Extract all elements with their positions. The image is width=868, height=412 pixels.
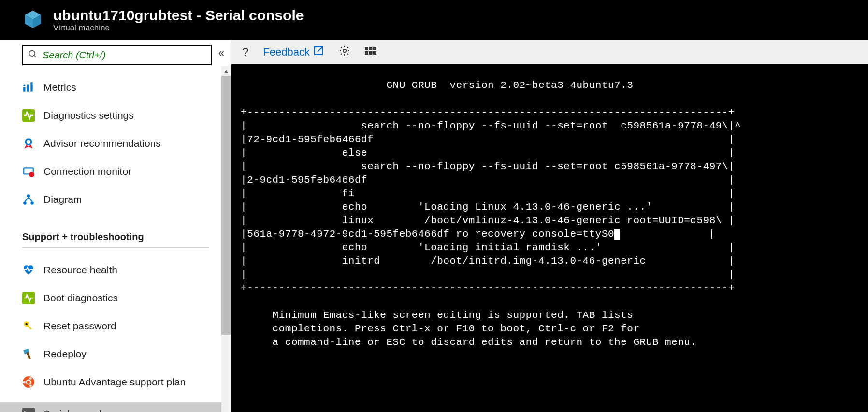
keyboard-icon (365, 45, 376, 59)
help-button[interactable]: ? (242, 45, 248, 59)
svg-point-11 (27, 140, 31, 144)
sidebar-item-label: Connection monitor (43, 166, 131, 177)
pulse-icon (22, 292, 35, 304)
sidebar-item-diagram[interactable]: Diagram (22, 192, 231, 207)
chart-icon (22, 81, 35, 94)
sidebar-item-diagnostics-settings[interactable]: Diagnostics settings (22, 108, 231, 123)
svg-line-36 (318, 47, 322, 52)
page-subtitle: Virtual machine (53, 23, 304, 33)
settings-button[interactable] (339, 45, 350, 59)
key-icon (22, 320, 35, 332)
sidebar-item-reset-password[interactable]: Reset password (22, 318, 231, 334)
sidebar-item-advisor[interactable]: Advisor recommendations (22, 136, 231, 151)
sidebar-item-label: Advisor recommendations (43, 138, 161, 149)
svg-point-37 (343, 49, 346, 52)
serial-console-output[interactable]: GNU GRUB version 2.02~beta3-4ubuntu7.3 +… (231, 64, 868, 412)
svg-point-30 (23, 381, 26, 384)
gear-icon (339, 45, 350, 59)
svg-point-3 (29, 51, 35, 57)
sidebar-item-label: Diagram (43, 194, 82, 205)
svg-point-19 (30, 201, 34, 205)
svg-rect-38 (365, 47, 368, 50)
sidebar-item-serial-console[interactable]: Serial console (0, 402, 221, 412)
search-input[interactable] (43, 50, 206, 61)
heart-icon (22, 264, 35, 276)
header-titles: ubuntu1710grubtest - Serial console Virt… (53, 7, 304, 33)
sidebar-item-label: Resource health (43, 264, 117, 276)
sidebar-item-metrics[interactable]: Metrics (22, 80, 231, 95)
svg-line-20 (25, 198, 29, 202)
sidebar-section-header: Support + troubleshooting (22, 231, 209, 248)
sidebar-item-label: Diagnostics settings (43, 110, 134, 121)
keyboard-button[interactable] (365, 45, 376, 59)
scrollbar-thumb[interactable] (221, 76, 231, 335)
monitor-icon (22, 165, 35, 178)
external-link-icon (313, 45, 324, 59)
sidebar: « Metrics Diagnostics settings (0, 40, 231, 412)
sidebar-item-boot-diagnostics[interactable]: Boot diagnostics (22, 290, 231, 306)
svg-rect-6 (27, 85, 29, 92)
main-panel: ? Feedback GNU GRUB version (231, 40, 868, 412)
feedback-button[interactable]: Feedback (263, 45, 324, 59)
page-header: ubuntu1710grubtest - Serial console Virt… (0, 0, 868, 40)
sidebar-item-label: Ubuntu Advantage support plan (43, 376, 186, 388)
nav-list: Metrics Diagnostics settings Advisor rec… (0, 70, 231, 412)
svg-point-31 (29, 377, 32, 380)
sidebar-item-label: Boot diagnostics (43, 292, 118, 304)
svg-rect-41 (365, 51, 368, 55)
diagram-icon (22, 193, 35, 206)
feedback-label: Feedback (263, 46, 310, 58)
hammer-icon (22, 348, 35, 360)
svg-point-17 (27, 194, 30, 198)
sidebar-item-ubuntu-advantage[interactable]: Ubuntu Advantage support plan (22, 374, 231, 390)
sidebar-item-label: Redeploy (43, 348, 87, 360)
sidebar-item-label: Reset password (43, 320, 116, 332)
svg-point-16 (29, 172, 34, 177)
svg-point-8 (23, 85, 25, 86)
sidebar-item-resource-health[interactable]: Resource health (22, 262, 231, 278)
svg-line-4 (34, 56, 36, 57)
pulse-icon (22, 109, 35, 122)
svg-rect-25 (27, 325, 32, 330)
search-box[interactable] (22, 45, 212, 65)
toolbar: ? Feedback (231, 40, 868, 64)
svg-rect-39 (369, 47, 372, 50)
sidebar-item-label: Serial console (43, 408, 107, 412)
svg-line-21 (29, 198, 32, 202)
svg-point-24 (26, 323, 28, 325)
svg-rect-42 (369, 51, 372, 55)
collapse-sidebar-button[interactable]: « (218, 45, 224, 59)
page-title: ubuntu1710grubtest - Serial console (53, 7, 304, 23)
svg-point-32 (29, 384, 32, 387)
svg-rect-27 (26, 352, 30, 359)
svg-point-18 (23, 201, 27, 205)
ribbon-icon (22, 137, 35, 150)
sidebar-item-label: Metrics (43, 82, 76, 93)
svg-rect-33 (22, 408, 35, 412)
svg-rect-7 (30, 82, 32, 92)
sidebar-item-connection-monitor[interactable]: Connection monitor (22, 164, 231, 179)
sidebar-scrollbar[interactable]: ▲ (221, 66, 231, 412)
terminal-icon (22, 408, 35, 412)
scroll-up-arrow-icon[interactable]: ▲ (221, 66, 231, 76)
sidebar-item-redeploy[interactable]: Redeploy (22, 346, 231, 362)
search-icon (28, 49, 38, 61)
svg-rect-40 (373, 47, 376, 50)
vm-icon (22, 9, 43, 32)
ubuntu-icon (22, 376, 35, 388)
svg-rect-43 (373, 51, 376, 55)
svg-rect-5 (23, 87, 25, 92)
